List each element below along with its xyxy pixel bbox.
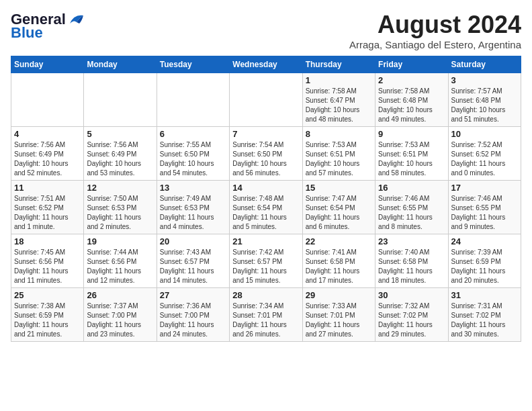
- calendar-body: 1Sunrise: 7:58 AM Sunset: 6:47 PM Daylig…: [11, 73, 521, 342]
- day-number: 15: [306, 183, 372, 193]
- calendar-cell: 6Sunrise: 7:55 AM Sunset: 6:50 PM Daylig…: [157, 127, 229, 181]
- day-number: 19: [87, 236, 153, 246]
- calendar-cell: 31Sunrise: 7:31 AM Sunset: 7:02 PM Dayli…: [448, 288, 521, 342]
- calendar-cell: 4Sunrise: 7:56 AM Sunset: 6:49 PM Daylig…: [11, 127, 84, 181]
- day-info: Sunrise: 7:56 AM Sunset: 6:49 PM Dayligh…: [14, 140, 81, 178]
- day-info: Sunrise: 7:48 AM Sunset: 6:54 PM Dayligh…: [232, 194, 299, 232]
- week-row-3: 11Sunrise: 7:51 AM Sunset: 6:52 PM Dayli…: [11, 181, 521, 234]
- week-row-4: 18Sunrise: 7:45 AM Sunset: 6:56 PM Dayli…: [11, 234, 521, 288]
- day-number: 26: [87, 290, 153, 300]
- day-info: Sunrise: 7:44 AM Sunset: 6:56 PM Dayligh…: [87, 248, 153, 285]
- calendar-cell: 28Sunrise: 7:34 AM Sunset: 7:01 PM Dayli…: [230, 288, 302, 342]
- header-row: SundayMondayTuesdayWednesdayThursdayFrid…: [11, 56, 521, 73]
- day-info: Sunrise: 7:33 AM Sunset: 7:01 PM Dayligh…: [306, 302, 372, 339]
- day-number: 28: [232, 290, 299, 300]
- day-info: Sunrise: 7:54 AM Sunset: 6:50 PM Dayligh…: [232, 140, 299, 178]
- calendar-cell: 25Sunrise: 7:38 AM Sunset: 6:59 PM Dayli…: [11, 288, 84, 342]
- calendar-cell: [84, 73, 157, 127]
- calendar-cell: 2Sunrise: 7:58 AM Sunset: 6:48 PM Daylig…: [375, 73, 448, 127]
- day-info: Sunrise: 7:51 AM Sunset: 6:52 PM Dayligh…: [14, 194, 81, 232]
- day-number: 9: [378, 129, 445, 139]
- calendar-cell: 1Sunrise: 7:58 AM Sunset: 6:47 PM Daylig…: [302, 73, 375, 127]
- day-number: 7: [232, 129, 299, 139]
- day-number: 3: [451, 75, 518, 85]
- header-day-thursday: Thursday: [302, 56, 375, 73]
- day-number: 12: [87, 183, 153, 193]
- calendar-cell: 5Sunrise: 7:56 AM Sunset: 6:49 PM Daylig…: [84, 127, 157, 181]
- day-info: Sunrise: 7:58 AM Sunset: 6:47 PM Dayligh…: [306, 87, 372, 124]
- calendar-cell: [157, 73, 229, 127]
- calendar-cell: 18Sunrise: 7:45 AM Sunset: 6:56 PM Dayli…: [11, 234, 84, 288]
- day-info: Sunrise: 7:55 AM Sunset: 6:50 PM Dayligh…: [160, 140, 226, 178]
- day-number: 31: [451, 290, 518, 300]
- day-info: Sunrise: 7:52 AM Sunset: 6:52 PM Dayligh…: [451, 140, 518, 178]
- day-number: 4: [14, 129, 81, 139]
- day-info: Sunrise: 7:43 AM Sunset: 6:57 PM Dayligh…: [160, 248, 226, 285]
- page-subtitle: Arraga, Santiago del Estero, Argentina: [349, 39, 521, 50]
- week-row-1: 1Sunrise: 7:58 AM Sunset: 6:47 PM Daylig…: [11, 73, 521, 127]
- header-day-monday: Monday: [84, 56, 157, 73]
- logo-bird-icon: [67, 13, 86, 26]
- day-number: 10: [451, 129, 518, 139]
- day-info: Sunrise: 7:37 AM Sunset: 7:00 PM Dayligh…: [87, 302, 153, 339]
- calendar-cell: 11Sunrise: 7:51 AM Sunset: 6:52 PM Dayli…: [11, 181, 84, 234]
- day-number: 30: [378, 290, 445, 300]
- calendar-cell: [11, 73, 84, 127]
- day-info: Sunrise: 7:39 AM Sunset: 6:59 PM Dayligh…: [451, 248, 518, 285]
- logo: General Blue: [11, 11, 86, 42]
- page-header: General Blue August 2024 Arraga, Santiag…: [11, 11, 521, 50]
- day-info: Sunrise: 7:32 AM Sunset: 7:02 PM Dayligh…: [378, 302, 445, 339]
- week-row-2: 4Sunrise: 7:56 AM Sunset: 6:49 PM Daylig…: [11, 127, 521, 181]
- day-info: Sunrise: 7:38 AM Sunset: 6:59 PM Dayligh…: [14, 302, 81, 339]
- day-number: 11: [14, 183, 81, 193]
- calendar-cell: 9Sunrise: 7:53 AM Sunset: 6:51 PM Daylig…: [375, 127, 448, 181]
- logo-blue: Blue: [11, 24, 43, 42]
- header-day-tuesday: Tuesday: [157, 56, 229, 73]
- day-info: Sunrise: 7:53 AM Sunset: 6:51 PM Dayligh…: [378, 140, 445, 178]
- calendar-cell: 3Sunrise: 7:57 AM Sunset: 6:48 PM Daylig…: [448, 73, 521, 127]
- day-number: 21: [232, 236, 299, 246]
- day-number: 2: [378, 75, 445, 85]
- day-info: Sunrise: 7:34 AM Sunset: 7:01 PM Dayligh…: [232, 302, 299, 339]
- day-number: 22: [306, 236, 372, 246]
- calendar-cell: [230, 73, 302, 127]
- day-number: 20: [160, 236, 226, 246]
- calendar-header: SundayMondayTuesdayWednesdayThursdayFrid…: [11, 56, 521, 73]
- day-number: 27: [160, 290, 226, 300]
- day-number: 1: [306, 75, 372, 85]
- day-number: 17: [451, 183, 518, 193]
- day-info: Sunrise: 7:53 AM Sunset: 6:51 PM Dayligh…: [306, 140, 372, 178]
- calendar-table: SundayMondayTuesdayWednesdayThursdayFrid…: [11, 56, 521, 342]
- calendar-cell: 7Sunrise: 7:54 AM Sunset: 6:50 PM Daylig…: [230, 127, 302, 181]
- calendar-cell: 21Sunrise: 7:42 AM Sunset: 6:57 PM Dayli…: [230, 234, 302, 288]
- day-info: Sunrise: 7:46 AM Sunset: 6:55 PM Dayligh…: [378, 194, 445, 232]
- day-number: 16: [378, 183, 445, 193]
- day-number: 23: [378, 236, 445, 246]
- header-day-wednesday: Wednesday: [230, 56, 302, 73]
- calendar-cell: 20Sunrise: 7:43 AM Sunset: 6:57 PM Dayli…: [157, 234, 229, 288]
- day-info: Sunrise: 7:57 AM Sunset: 6:48 PM Dayligh…: [451, 87, 518, 124]
- calendar-cell: 27Sunrise: 7:36 AM Sunset: 7:00 PM Dayli…: [157, 288, 229, 342]
- day-info: Sunrise: 7:31 AM Sunset: 7:02 PM Dayligh…: [451, 302, 518, 339]
- day-number: 6: [160, 129, 226, 139]
- calendar-cell: 30Sunrise: 7:32 AM Sunset: 7:02 PM Dayli…: [375, 288, 448, 342]
- day-info: Sunrise: 7:47 AM Sunset: 6:54 PM Dayligh…: [306, 194, 372, 232]
- day-info: Sunrise: 7:50 AM Sunset: 6:53 PM Dayligh…: [87, 194, 153, 232]
- day-info: Sunrise: 7:45 AM Sunset: 6:56 PM Dayligh…: [14, 248, 81, 285]
- calendar-cell: 24Sunrise: 7:39 AM Sunset: 6:59 PM Dayli…: [448, 234, 521, 288]
- day-number: 8: [306, 129, 372, 139]
- calendar-cell: 23Sunrise: 7:40 AM Sunset: 6:58 PM Dayli…: [375, 234, 448, 288]
- day-info: Sunrise: 7:56 AM Sunset: 6:49 PM Dayligh…: [87, 140, 153, 178]
- calendar-cell: 15Sunrise: 7:47 AM Sunset: 6:54 PM Dayli…: [302, 181, 375, 234]
- day-number: 5: [87, 129, 153, 139]
- calendar-cell: 12Sunrise: 7:50 AM Sunset: 6:53 PM Dayli…: [84, 181, 157, 234]
- header-day-saturday: Saturday: [448, 56, 521, 73]
- calendar-cell: 29Sunrise: 7:33 AM Sunset: 7:01 PM Dayli…: [302, 288, 375, 342]
- header-day-friday: Friday: [375, 56, 448, 73]
- day-number: 29: [306, 290, 372, 300]
- day-info: Sunrise: 7:36 AM Sunset: 7:00 PM Dayligh…: [160, 302, 226, 339]
- day-number: 18: [14, 236, 81, 246]
- day-info: Sunrise: 7:40 AM Sunset: 6:58 PM Dayligh…: [378, 248, 445, 285]
- day-info: Sunrise: 7:49 AM Sunset: 6:53 PM Dayligh…: [160, 194, 226, 232]
- calendar-cell: 13Sunrise: 7:49 AM Sunset: 6:53 PM Dayli…: [157, 181, 229, 234]
